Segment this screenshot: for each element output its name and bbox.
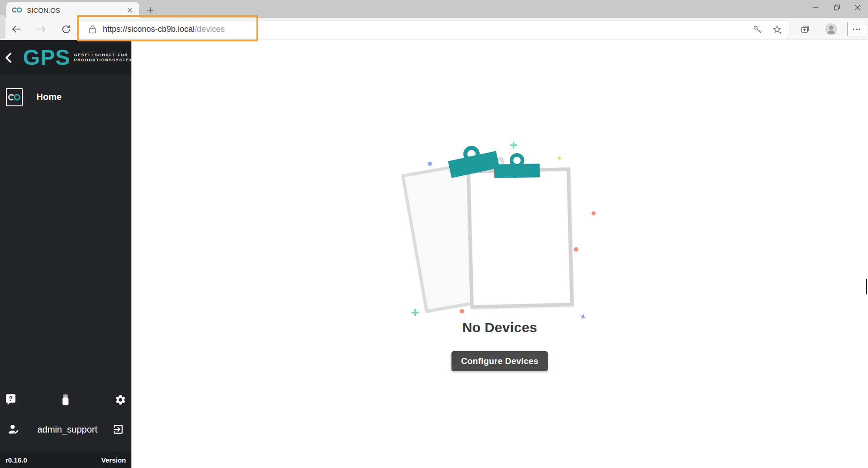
- tab-close-icon[interactable]: [125, 5, 135, 15]
- back-button[interactable]: [10, 22, 23, 36]
- gps-logo-subtitle-line2: PRODUKTIONSSYSTEME: [74, 58, 131, 62]
- tab-title: SICON.OS: [27, 6, 125, 14]
- url-text: https://siconos-cb9b.local/devices: [103, 25, 225, 34]
- more-dot: [853, 29, 854, 30]
- url-path: /devices: [195, 25, 225, 34]
- confetti-plus: [510, 142, 517, 149]
- refresh-button[interactable]: [59, 22, 73, 36]
- gps-logo: GPS: [23, 47, 70, 69]
- key-icon[interactable]: [753, 25, 763, 35]
- restore-button[interactable]: [826, 0, 847, 15]
- url-host: https://siconos-cb9b.local: [103, 25, 195, 34]
- sicon-favicon-icon: [12, 7, 22, 13]
- address-bar[interactable]: https://siconos-cb9b.local/devices: [78, 20, 789, 38]
- clipboard-clip-bar: [494, 164, 540, 178]
- window-controls: [805, 0, 868, 15]
- gps-logo-subtitle-line1: GESELLSCHAFT FÜR: [74, 53, 128, 57]
- help-icon[interactable]: ?: [5, 393, 16, 406]
- usb-icon[interactable]: [60, 394, 70, 406]
- configure-devices-button[interactable]: Configure Devices: [452, 351, 548, 371]
- confetti-dot: [428, 162, 432, 166]
- username-label: admin_support: [37, 424, 112, 435]
- sidebar-item-home-label: Home: [36, 92, 62, 102]
- forward-button[interactable]: [35, 22, 48, 36]
- version-bar: r0.16.0 Version: [0, 452, 131, 468]
- new-tab-button[interactable]: [144, 4, 156, 16]
- sidebar-footer-tools: ?: [0, 387, 131, 412]
- version-label: Version: [101, 456, 126, 464]
- favorite-star-icon[interactable]: [772, 25, 783, 35]
- settings-gear-icon[interactable]: [115, 394, 126, 406]
- sidebar-item-home[interactable]: Home: [0, 85, 131, 110]
- gps-logo-subtitle: GESELLSCHAFT FÜR PRODUKTIONSSYSTEME: [74, 53, 131, 63]
- main-content: No Devices Configure Devices: [131, 40, 868, 468]
- sicon-co-icon: [6, 88, 23, 106]
- profile-avatar[interactable]: [824, 22, 838, 36]
- sidebar-user-row: admin_support: [0, 416, 131, 443]
- browser-toolbar: https://siconos-cb9b.local/devices: [0, 18, 868, 40]
- tab-sicon-os[interactable]: SICON.OS: [6, 2, 139, 18]
- browser-window: SICON.OS: [0, 0, 868, 468]
- confetti-dot: [574, 247, 578, 252]
- clipboard-front-illustration: [467, 167, 574, 309]
- mouse-cursor: [866, 279, 867, 294]
- collections-icon[interactable]: [798, 22, 812, 36]
- window-edge-artifact: [0, 15, 5, 39]
- sidebar: GPS GESELLSCHAFT FÜR PRODUKTIONSSYSTEME …: [0, 40, 131, 468]
- confetti-dot: [592, 211, 596, 215]
- more-dot: [856, 29, 858, 30]
- confetti-plus: [411, 309, 419, 316]
- tab-strip: SICON.OS: [0, 0, 868, 18]
- svg-text:?: ?: [9, 395, 13, 402]
- confetti-star: [556, 154, 563, 161]
- more-menu-button[interactable]: [847, 22, 866, 36]
- logout-icon[interactable]: [112, 423, 124, 435]
- empty-state-title: No Devices: [131, 320, 868, 335]
- collapse-sidebar-icon[interactable]: [0, 52, 16, 63]
- sidebar-header: GPS GESELLSCHAFT FÜR PRODUKTIONSSYSTEME: [0, 40, 131, 75]
- confetti-dot: [460, 309, 464, 314]
- lock-icon: [89, 25, 96, 34]
- user-check-icon: [8, 424, 20, 435]
- close-window-button[interactable]: [847, 0, 868, 15]
- version-value: r0.16.0: [5, 456, 27, 464]
- more-dot: [859, 29, 860, 30]
- minimize-button[interactable]: [805, 0, 826, 15]
